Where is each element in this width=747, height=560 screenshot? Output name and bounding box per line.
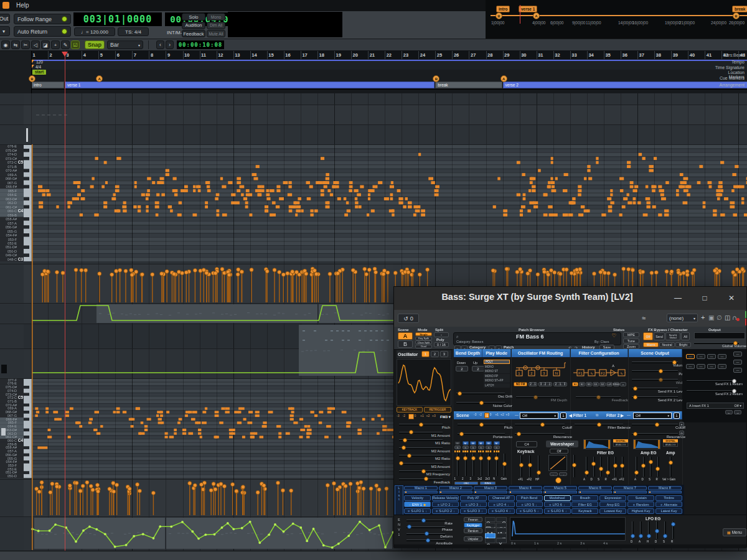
delay-compensation-button[interactable]: ↺0 <box>398 314 419 323</box>
mixer-solo-button[interactable]: S <box>470 446 476 449</box>
bars-beats-ruler[interactable]: 1234567891011121314151617181920212223242… <box>0 51 747 60</box>
arrangement-section-verse-2[interactable]: verse 2 <box>503 82 747 88</box>
vslider-knob[interactable] <box>599 467 603 471</box>
tab-oscillator-fm-routing[interactable]: Oscillator FM Routing <box>511 349 570 357</box>
vslider-knob[interactable] <box>456 456 460 460</box>
mod-source-latest-key[interactable]: Latest Key <box>655 508 682 514</box>
filter-config-d2[interactable]: D2 <box>599 382 606 386</box>
vslider-knob[interactable] <box>528 463 532 467</box>
mod-source-random[interactable]: ≡Random <box>627 502 654 507</box>
mini-cue-marker[interactable]: B <box>733 12 740 19</box>
primary-clock[interactable]: 003|01|0000 <box>73 12 162 26</box>
ab-compare-icon[interactable]: ◫ <box>725 314 730 321</box>
preset-select[interactable]: (none)▾ <box>667 314 698 322</box>
mod-source-lowest-key[interactable]: Lowest Key <box>599 508 626 514</box>
waveshaper-next-button[interactable]: → <box>559 472 567 476</box>
macro-2-button[interactable]: Macro 2 <box>439 486 472 490</box>
mod-source-breath[interactable]: Breath <box>571 495 598 501</box>
waveshaper-drive-knob[interactable] <box>555 477 561 483</box>
filter2-mute-icon[interactable]: — <box>627 413 631 417</box>
macro-7-button[interactable]: Macro 7 <box>613 486 647 490</box>
mini-timeline[interactable]: introverse 1breakBAB1|00|004|00|006|00|0… <box>486 0 747 39</box>
fx-slot[interactable]: — <box>718 364 726 369</box>
osc-octave-+1-button[interactable]: +1 <box>420 414 426 419</box>
mode-single-button[interactable]: Single <box>415 332 432 336</box>
mixer-mute-button[interactable]: M <box>478 441 484 445</box>
mod-source-timbre[interactable]: Timbre <box>655 495 682 501</box>
menu-button[interactable]: ▦Menu <box>723 528 746 536</box>
mod-source-modwheel[interactable]: Modwheel <box>544 495 571 501</box>
mixer-solo-button[interactable]: S <box>486 446 492 449</box>
mixer-solo-button[interactable]: S <box>494 446 500 449</box>
mini-marker-verse-1[interactable]: verse 1 <box>519 6 537 12</box>
nav-clock[interactable]: 00:00:10:08 <box>177 40 224 49</box>
cut-tool-icon[interactable]: ✂ <box>21 40 30 49</box>
filter1-label[interactable]: ◀ Filter 1 <box>569 413 586 418</box>
follow-range-button[interactable]: Follow Range <box>14 14 71 24</box>
mod-source-lfo-2[interactable]: ≡LFO 2↓ <box>432 502 459 507</box>
mod-source-s-lfo-3[interactable]: ≡S-LFO 3↓ <box>460 508 487 514</box>
fx-slot[interactable]: — <box>707 364 716 369</box>
scene-octave-0-button[interactable]: 0 <box>490 413 495 418</box>
cue-marker[interactable]: A <box>500 75 507 82</box>
mixer-solo-button[interactable]: S <box>478 446 484 449</box>
bypass-plugin-icon[interactable]: ∅ <box>716 314 722 321</box>
cue-marker[interactable]: B <box>29 75 35 82</box>
fm-routing-no-fm[interactable]: NO FM <box>514 382 527 386</box>
maximize-button[interactable]: □ <box>698 292 712 304</box>
waveshaper-header[interactable]: Waveshaper <box>546 441 578 447</box>
macro-7-slider[interactable] <box>613 491 647 493</box>
mini-marker-intro[interactable]: intro <box>496 6 510 12</box>
osc-octave--3-button[interactable]: -3 <box>397 414 402 419</box>
macro-6-slider[interactable] <box>578 491 612 493</box>
mod-list-tab[interactable]: List <box>395 485 403 515</box>
plugin-titlebar[interactable]: Bass: Surge XT (by Surge Synth Team) [LV… <box>394 287 746 310</box>
ruler[interactable]: 1234567891011121314151617181920212223242… <box>0 51 747 93</box>
mixer-mute-button[interactable]: M <box>470 441 476 445</box>
macro-8-button[interactable]: Macro 8 <box>648 486 682 490</box>
lfo-shape-noise-icon[interactable] <box>496 528 507 533</box>
filter-config-ring[interactable]: RING <box>613 382 619 386</box>
filter2-type-select[interactable]: Off▾ <box>633 413 672 419</box>
mod-source-pitch-bend[interactable]: Pitch Bend <box>516 495 543 501</box>
edit-tool-icon[interactable]: ☑ <box>71 40 80 49</box>
vslider-knob[interactable] <box>641 464 646 468</box>
macro-2-slider[interactable] <box>439 491 472 493</box>
grab-tool-icon[interactable]: + <box>51 40 60 49</box>
toolbar-stub-button[interactable]: ▾ <box>0 26 10 36</box>
mod-source-lfo-5[interactable]: ≡LFO 5↓ <box>516 502 543 507</box>
fx-bypass-off-button[interactable]: Off <box>643 332 653 340</box>
mod-source-lfo-6[interactable]: ≡LFO 6↓ <box>544 502 571 507</box>
vslider-knob[interactable] <box>606 470 610 475</box>
analog-option[interactable]: ANALOG <box>613 442 628 447</box>
scene-octave-+1-button[interactable]: +1 <box>495 413 500 418</box>
keytrack-root-select[interactable]: C4 <box>516 441 537 447</box>
arrangement-section-intro[interactable]: intro <box>31 82 64 88</box>
vslider-knob[interactable] <box>502 462 507 466</box>
insert-fx-select[interactable]: A Insert FX 1Off ▾ <box>687 403 744 409</box>
add-preset-icon[interactable]: + <box>701 314 705 321</box>
vslider-knob[interactable] <box>663 534 667 538</box>
status-mpe-button[interactable]: MPE <box>623 332 639 337</box>
tab-bend-depth[interactable]: Bend Depth <box>454 349 482 357</box>
mod-source-filter-eg[interactable]: Filter EG <box>571 502 598 507</box>
mod-source-s-lfo-1[interactable]: ≡S-LFO 1↓ <box>404 508 431 514</box>
tab-filter-configuration[interactable]: Filter Configuration <box>570 349 628 357</box>
minimize-button[interactable]: — <box>671 292 685 304</box>
macro-1-button[interactable]: Macro 1 <box>404 486 438 490</box>
mod-source-release-velocity[interactable]: Release Velocity <box>432 495 459 501</box>
split-value[interactable]: - <box>434 332 449 337</box>
poly-count[interactable]: 0 / 16 <box>434 342 449 347</box>
vslider-knob[interactable] <box>655 529 659 533</box>
fx-bypass-send-button[interactable]: Send <box>654 332 665 340</box>
vslider-knob[interactable] <box>655 467 660 471</box>
arrangement-ruler[interactable]: introverse 1breakverse 2 <box>0 82 747 90</box>
draw-tool-icon[interactable]: ✎ <box>61 40 70 49</box>
monitor-feedback-button[interactable]: Feedback <box>182 30 205 37</box>
vslider-knob[interactable] <box>631 534 635 538</box>
vslider-knob[interactable] <box>494 456 499 460</box>
fm-routing-option-3[interactable]: 2→1←3 <box>553 382 567 386</box>
fm-routing-option-2[interactable]: 3→2→1 <box>538 382 552 386</box>
mini-cue-marker[interactable]: B <box>496 12 502 19</box>
mixer-mute-button[interactable]: M <box>494 441 500 445</box>
